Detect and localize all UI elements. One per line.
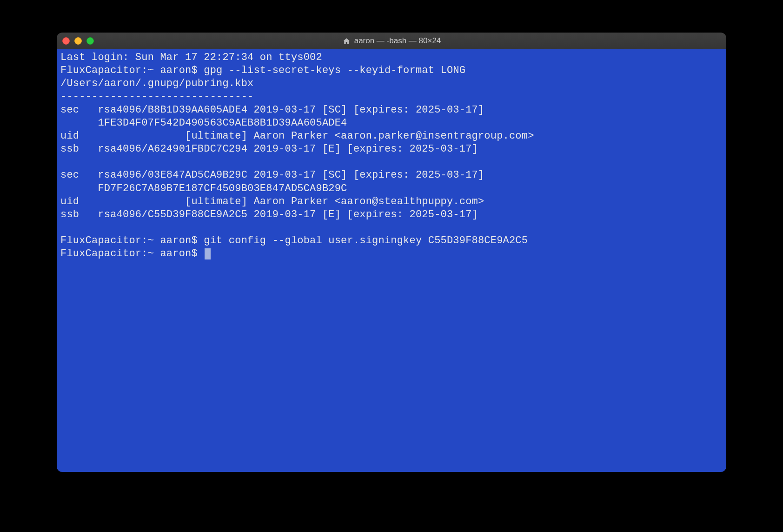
- terminal-line: 1FE3D4F07F542D490563C9AEB8B1D39AA605ADE4: [60, 117, 347, 129]
- terminal-window: aaron — -bash — 80×24 Last login: Sun Ma…: [57, 33, 726, 472]
- terminal-line: FluxCapacitor:~ aaron$ git config --glob…: [60, 235, 528, 246]
- home-icon: [342, 37, 351, 45]
- traffic-lights: [62, 37, 94, 45]
- terminal-prompt: FluxCapacitor:~ aaron$: [60, 248, 204, 259]
- terminal-line: sec rsa4096/03E847AD5CA9B29C 2019-03-17 …: [60, 169, 484, 181]
- minimize-button[interactable]: [74, 37, 82, 45]
- cursor: [205, 248, 211, 259]
- terminal-body[interactable]: Last login: Sun Mar 17 22:27:34 on ttys0…: [57, 49, 726, 472]
- terminal-line: Last login: Sun Mar 17 22:27:34 on ttys0…: [60, 52, 322, 63]
- window-title: aaron — -bash — 80×24: [354, 36, 441, 46]
- window-title-container: aaron — -bash — 80×24: [342, 36, 441, 46]
- terminal-line: uid [ultimate] Aaron Parker <aaron.parke…: [60, 130, 534, 142]
- maximize-button[interactable]: [86, 37, 94, 45]
- terminal-line: sec rsa4096/B8B1D39AA605ADE4 2019-03-17 …: [60, 104, 484, 116]
- terminal-line: -------------------------------: [60, 91, 253, 102]
- terminal-line: ssb rsa4096/C55D39F88CE9A2C5 2019-03-17 …: [60, 209, 478, 220]
- terminal-line: FD7F26C7A89B7E187CF4509B03E847AD5CA9B29C: [60, 183, 347, 194]
- close-button[interactable]: [62, 37, 70, 45]
- terminal-line: uid [ultimate] Aaron Parker <aaron@steal…: [60, 196, 484, 207]
- terminal-line: /Users/aaron/.gnupg/pubring.kbx: [60, 78, 253, 89]
- titlebar[interactable]: aaron — -bash — 80×24: [57, 33, 726, 49]
- terminal-line: FluxCapacitor:~ aaron$ gpg --list-secret…: [60, 65, 465, 76]
- terminal-line: ssb rsa4096/A624901FBDC7C294 2019-03-17 …: [60, 143, 478, 155]
